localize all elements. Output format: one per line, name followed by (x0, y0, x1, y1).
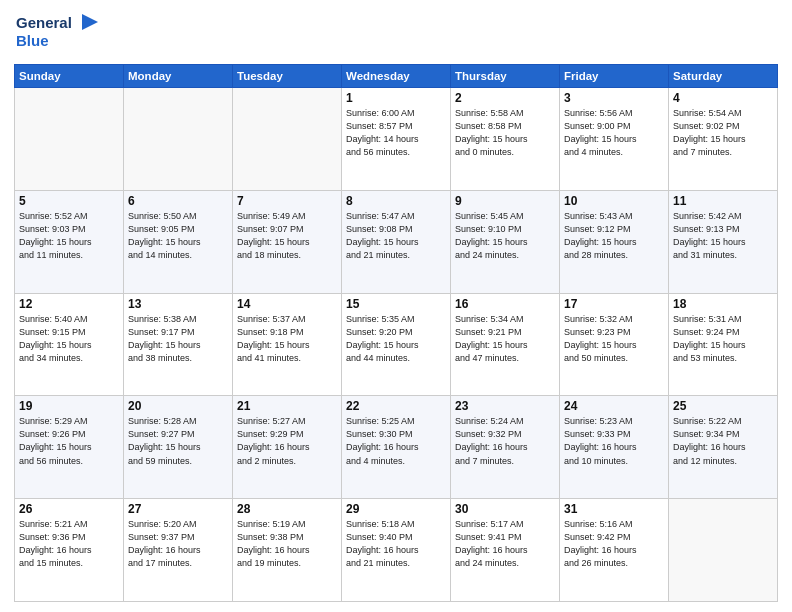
day-number: 16 (455, 297, 555, 311)
day-cell: 29Sunrise: 5:18 AM Sunset: 9:40 PM Dayli… (342, 499, 451, 602)
weekday-header-monday: Monday (124, 65, 233, 88)
day-cell: 6Sunrise: 5:50 AM Sunset: 9:05 PM Daylig… (124, 190, 233, 293)
day-info: Sunrise: 5:42 AM Sunset: 9:13 PM Dayligh… (673, 210, 773, 262)
svg-text:Blue: Blue (16, 32, 49, 49)
day-info: Sunrise: 5:24 AM Sunset: 9:32 PM Dayligh… (455, 415, 555, 467)
day-info: Sunrise: 5:35 AM Sunset: 9:20 PM Dayligh… (346, 313, 446, 365)
week-row-0: 1Sunrise: 6:00 AM Sunset: 8:57 PM Daylig… (15, 88, 778, 191)
day-cell: 25Sunrise: 5:22 AM Sunset: 9:34 PM Dayli… (669, 396, 778, 499)
weekday-header-saturday: Saturday (669, 65, 778, 88)
calendar-table: SundayMondayTuesdayWednesdayThursdayFrid… (14, 64, 778, 602)
week-row-1: 5Sunrise: 5:52 AM Sunset: 9:03 PM Daylig… (15, 190, 778, 293)
weekday-header-sunday: Sunday (15, 65, 124, 88)
day-number: 9 (455, 194, 555, 208)
day-info: Sunrise: 5:50 AM Sunset: 9:05 PM Dayligh… (128, 210, 228, 262)
day-number: 6 (128, 194, 228, 208)
day-number: 22 (346, 399, 446, 413)
day-cell: 23Sunrise: 5:24 AM Sunset: 9:32 PM Dayli… (451, 396, 560, 499)
day-cell: 22Sunrise: 5:25 AM Sunset: 9:30 PM Dayli… (342, 396, 451, 499)
day-number: 11 (673, 194, 773, 208)
day-cell: 28Sunrise: 5:19 AM Sunset: 9:38 PM Dayli… (233, 499, 342, 602)
day-number: 2 (455, 91, 555, 105)
week-row-3: 19Sunrise: 5:29 AM Sunset: 9:26 PM Dayli… (15, 396, 778, 499)
day-info: Sunrise: 5:37 AM Sunset: 9:18 PM Dayligh… (237, 313, 337, 365)
day-cell: 18Sunrise: 5:31 AM Sunset: 9:24 PM Dayli… (669, 293, 778, 396)
day-info: Sunrise: 5:28 AM Sunset: 9:27 PM Dayligh… (128, 415, 228, 467)
day-info: Sunrise: 5:18 AM Sunset: 9:40 PM Dayligh… (346, 518, 446, 570)
day-number: 26 (19, 502, 119, 516)
day-cell: 2Sunrise: 5:58 AM Sunset: 8:58 PM Daylig… (451, 88, 560, 191)
day-info: Sunrise: 5:52 AM Sunset: 9:03 PM Dayligh… (19, 210, 119, 262)
svg-text:General: General (16, 14, 72, 31)
calendar-page: General Blue SundayMondayTuesdayWednesda… (0, 0, 792, 612)
day-cell: 19Sunrise: 5:29 AM Sunset: 9:26 PM Dayli… (15, 396, 124, 499)
svg-marker-1 (82, 14, 98, 30)
week-row-2: 12Sunrise: 5:40 AM Sunset: 9:15 PM Dayli… (15, 293, 778, 396)
day-cell: 16Sunrise: 5:34 AM Sunset: 9:21 PM Dayli… (451, 293, 560, 396)
day-number: 25 (673, 399, 773, 413)
day-cell: 26Sunrise: 5:21 AM Sunset: 9:36 PM Dayli… (15, 499, 124, 602)
day-info: Sunrise: 5:56 AM Sunset: 9:00 PM Dayligh… (564, 107, 664, 159)
day-cell: 3Sunrise: 5:56 AM Sunset: 9:00 PM Daylig… (560, 88, 669, 191)
day-info: Sunrise: 5:22 AM Sunset: 9:34 PM Dayligh… (673, 415, 773, 467)
day-cell: 1Sunrise: 6:00 AM Sunset: 8:57 PM Daylig… (342, 88, 451, 191)
day-cell: 20Sunrise: 5:28 AM Sunset: 9:27 PM Dayli… (124, 396, 233, 499)
day-number: 20 (128, 399, 228, 413)
day-cell (233, 88, 342, 191)
day-cell: 10Sunrise: 5:43 AM Sunset: 9:12 PM Dayli… (560, 190, 669, 293)
day-info: Sunrise: 5:27 AM Sunset: 9:29 PM Dayligh… (237, 415, 337, 467)
day-number: 24 (564, 399, 664, 413)
day-cell: 7Sunrise: 5:49 AM Sunset: 9:07 PM Daylig… (233, 190, 342, 293)
day-number: 14 (237, 297, 337, 311)
weekday-header-thursday: Thursday (451, 65, 560, 88)
day-info: Sunrise: 5:31 AM Sunset: 9:24 PM Dayligh… (673, 313, 773, 365)
day-cell (124, 88, 233, 191)
day-number: 30 (455, 502, 555, 516)
day-number: 29 (346, 502, 446, 516)
logo-area: General Blue (14, 10, 104, 58)
week-row-4: 26Sunrise: 5:21 AM Sunset: 9:36 PM Dayli… (15, 499, 778, 602)
day-info: Sunrise: 5:17 AM Sunset: 9:41 PM Dayligh… (455, 518, 555, 570)
day-info: Sunrise: 5:25 AM Sunset: 9:30 PM Dayligh… (346, 415, 446, 467)
day-cell: 17Sunrise: 5:32 AM Sunset: 9:23 PM Dayli… (560, 293, 669, 396)
day-cell: 27Sunrise: 5:20 AM Sunset: 9:37 PM Dayli… (124, 499, 233, 602)
day-number: 12 (19, 297, 119, 311)
day-number: 27 (128, 502, 228, 516)
day-number: 21 (237, 399, 337, 413)
day-info: Sunrise: 5:43 AM Sunset: 9:12 PM Dayligh… (564, 210, 664, 262)
day-info: Sunrise: 5:40 AM Sunset: 9:15 PM Dayligh… (19, 313, 119, 365)
day-number: 3 (564, 91, 664, 105)
day-cell: 13Sunrise: 5:38 AM Sunset: 9:17 PM Dayli… (124, 293, 233, 396)
header: General Blue (14, 10, 778, 58)
day-info: Sunrise: 5:47 AM Sunset: 9:08 PM Dayligh… (346, 210, 446, 262)
day-cell (669, 499, 778, 602)
weekday-header-wednesday: Wednesday (342, 65, 451, 88)
day-cell: 12Sunrise: 5:40 AM Sunset: 9:15 PM Dayli… (15, 293, 124, 396)
day-number: 8 (346, 194, 446, 208)
day-cell: 31Sunrise: 5:16 AM Sunset: 9:42 PM Dayli… (560, 499, 669, 602)
day-number: 31 (564, 502, 664, 516)
day-info: Sunrise: 5:20 AM Sunset: 9:37 PM Dayligh… (128, 518, 228, 570)
day-info: Sunrise: 5:34 AM Sunset: 9:21 PM Dayligh… (455, 313, 555, 365)
day-info: Sunrise: 5:32 AM Sunset: 9:23 PM Dayligh… (564, 313, 664, 365)
day-cell: 14Sunrise: 5:37 AM Sunset: 9:18 PM Dayli… (233, 293, 342, 396)
day-number: 18 (673, 297, 773, 311)
day-info: Sunrise: 6:00 AM Sunset: 8:57 PM Dayligh… (346, 107, 446, 159)
day-info: Sunrise: 5:49 AM Sunset: 9:07 PM Dayligh… (237, 210, 337, 262)
day-cell: 24Sunrise: 5:23 AM Sunset: 9:33 PM Dayli… (560, 396, 669, 499)
day-info: Sunrise: 5:29 AM Sunset: 9:26 PM Dayligh… (19, 415, 119, 467)
day-info: Sunrise: 5:21 AM Sunset: 9:36 PM Dayligh… (19, 518, 119, 570)
day-number: 1 (346, 91, 446, 105)
day-number: 13 (128, 297, 228, 311)
logo: General Blue (14, 10, 104, 58)
day-cell: 11Sunrise: 5:42 AM Sunset: 9:13 PM Dayli… (669, 190, 778, 293)
day-number: 28 (237, 502, 337, 516)
weekday-header-friday: Friday (560, 65, 669, 88)
day-number: 4 (673, 91, 773, 105)
day-info: Sunrise: 5:45 AM Sunset: 9:10 PM Dayligh… (455, 210, 555, 262)
day-number: 5 (19, 194, 119, 208)
day-info: Sunrise: 5:16 AM Sunset: 9:42 PM Dayligh… (564, 518, 664, 570)
day-cell: 9Sunrise: 5:45 AM Sunset: 9:10 PM Daylig… (451, 190, 560, 293)
day-info: Sunrise: 5:58 AM Sunset: 8:58 PM Dayligh… (455, 107, 555, 159)
weekday-header-row: SundayMondayTuesdayWednesdayThursdayFrid… (15, 65, 778, 88)
